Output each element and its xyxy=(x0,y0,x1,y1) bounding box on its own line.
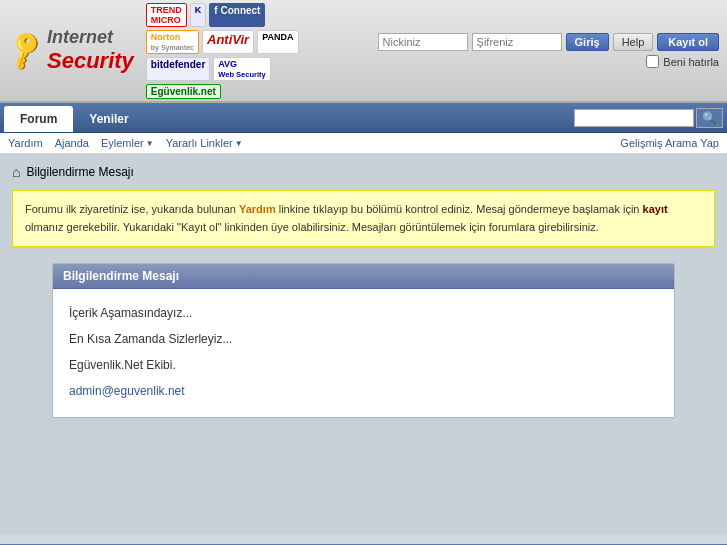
remember-label: Beni hatırla xyxy=(663,56,719,68)
content-card: Bilgilendirme Mesajı İçerik Aşamasındayı… xyxy=(52,263,675,418)
remember-row: Beni hatırla xyxy=(646,55,719,68)
eylemler-dropdown-icon: ▼ xyxy=(146,139,154,148)
yararli-dropdown-icon: ▼ xyxy=(235,139,243,148)
breadcrumb-text: Bilgilendirme Mesajı xyxy=(26,165,133,179)
trend-logo: TRENDMICRO xyxy=(146,3,187,27)
content-line-2: En Kısa Zamanda Sizlerleyiz... xyxy=(69,327,658,351)
info-text3: olmanız gerekebilir. Yukarıdaki "Kayıt o… xyxy=(25,221,599,233)
kaspersky-logo: K xyxy=(190,3,207,27)
content-card-header: Bilgilendirme Mesajı xyxy=(53,264,674,289)
content-line-3: Egüvenlik.Net Ekibi. xyxy=(69,353,658,377)
antivir-logo: AntiVir xyxy=(202,30,254,54)
eguvenlik-logo: Egüvenlik.net xyxy=(146,84,221,99)
breadcrumb: ⌂ Bilgilendirme Mesajı xyxy=(12,164,715,180)
content-line-4[interactable]: admin@eguvenlik.net xyxy=(69,379,658,403)
subnav-advanced-search[interactable]: Gelişmiş Arama Yap xyxy=(620,137,719,149)
info-text2: linkine tıklayıp bu bölümü kontrol edini… xyxy=(276,203,643,215)
giris-button[interactable]: Giriş xyxy=(566,33,609,51)
header: 🔑 Internet Security TRENDMICRO K f Conne… xyxy=(0,0,727,103)
header-login-row: Giriş Help Kayıt ol xyxy=(378,33,719,51)
bitdefender-logo: bitdefender xyxy=(146,57,210,81)
subnav-ajanda[interactable]: Ajanda xyxy=(55,137,89,149)
remember-checkbox[interactable] xyxy=(646,55,659,68)
nick-input[interactable] xyxy=(378,33,468,51)
panda-logo: PANDA xyxy=(257,30,298,54)
tab-forum[interactable]: Forum xyxy=(4,106,73,132)
brand-security: Security xyxy=(47,48,134,74)
brand-internet: Internet xyxy=(47,27,113,48)
brand-logo: Internet Security xyxy=(47,27,134,74)
navbar: Forum Yeniler 🔍 xyxy=(0,103,727,133)
kayitol-button[interactable]: Kayıt ol xyxy=(657,33,719,51)
security-logos: TRENDMICRO K f Connect Nortonby Symantec… xyxy=(146,3,318,99)
help-button[interactable]: Help xyxy=(613,33,654,51)
content-card-body: İçerik Aşamasındayız... En Kısa Zamanda … xyxy=(53,289,674,417)
subnav-yardim[interactable]: Yardım xyxy=(8,137,43,149)
info-yardim-link[interactable]: Yardım xyxy=(239,203,276,215)
info-text1: Forumu ilk ziyaretiniz ise, yukarıda bul… xyxy=(25,203,239,215)
key-icon: 🔑 xyxy=(2,27,49,73)
norton-logo: Nortonby Symantec xyxy=(146,30,199,54)
header-left: 🔑 Internet Security TRENDMICRO K f Conne… xyxy=(8,3,318,99)
header-right: Giriş Help Kayıt ol Beni hatırla xyxy=(318,33,719,68)
nav-search-button[interactable]: 🔍 xyxy=(696,108,723,128)
info-kayit-link[interactable]: kayıt xyxy=(643,203,668,215)
home-icon[interactable]: ⌂ xyxy=(12,164,20,180)
facebook-connect-logo[interactable]: f Connect xyxy=(209,3,265,27)
subnav: Yardım Ajanda Eylemler ▼ Yararlı Linkler… xyxy=(0,133,727,154)
main-content: ⌂ Bilgilendirme Mesajı Forumu ilk ziyare… xyxy=(0,154,727,534)
tab-yeniler[interactable]: Yeniler xyxy=(73,106,144,132)
subnav-yararli-linkler[interactable]: Yararlı Linkler ▼ xyxy=(166,137,243,149)
info-box-yellow: Forumu ilk ziyaretiniz ise, yukarıda bul… xyxy=(12,190,715,247)
subnav-left: Yardım Ajanda Eylemler ▼ Yararlı Linkler… xyxy=(8,137,243,149)
content-line-1: İçerik Aşamasındayız... xyxy=(69,301,658,325)
nav-search-input[interactable] xyxy=(574,109,694,127)
subnav-eylemler[interactable]: Eylemler ▼ xyxy=(101,137,154,149)
password-input[interactable] xyxy=(472,33,562,51)
avg-logo: AVGWeb Security xyxy=(213,57,270,81)
nav-search-area: 🔍 xyxy=(574,103,723,132)
